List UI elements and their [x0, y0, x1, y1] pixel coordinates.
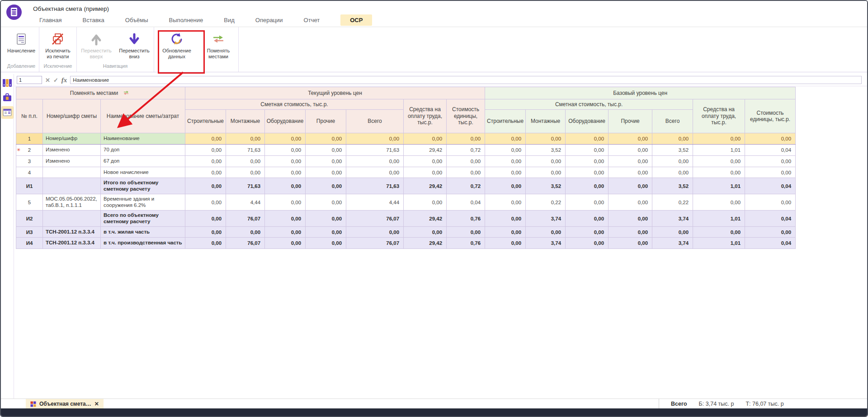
- cell-value[interactable]: 0,00: [609, 238, 652, 249]
- nachislenie-button[interactable]: Начисление: [4, 27, 38, 62]
- cell-code[interactable]: МОС.05.05-006.2022, таб.В.1, п.1.1.1: [43, 194, 101, 211]
- cell-value[interactable]: 3,74: [526, 238, 566, 249]
- cell-value[interactable]: 29,42: [404, 238, 447, 249]
- cell-value[interactable]: 0,00: [693, 194, 745, 211]
- cell-value[interactable]: 0,00: [485, 133, 526, 145]
- cell-value[interactable]: 3,74: [526, 211, 566, 227]
- cell-value[interactable]: 0,00: [485, 167, 526, 178]
- cell-value[interactable]: 0,00: [185, 211, 226, 227]
- cell-rownum[interactable]: И1: [16, 178, 43, 194]
- cell-value[interactable]: 0,00: [306, 227, 346, 238]
- cell-value[interactable]: 0,00: [346, 167, 404, 178]
- cell-value[interactable]: 0,00: [185, 156, 226, 167]
- cell-value[interactable]: 0,00: [485, 227, 526, 238]
- sidebar-binders-icon[interactable]: [1, 76, 14, 89]
- cell-name[interactable]: Временные здания и сооружения 6.2%: [101, 194, 185, 211]
- close-icon[interactable]: ✕: [94, 401, 99, 407]
- cell-value[interactable]: 0,00: [404, 227, 447, 238]
- cell-name[interactable]: 70 доп: [101, 145, 185, 156]
- cell-value[interactable]: 0,00: [566, 156, 609, 167]
- cell-value[interactable]: 0,00: [485, 211, 526, 227]
- document-tab[interactable]: Объектная смета… ✕: [26, 399, 104, 409]
- cell-value[interactable]: 0,00: [185, 145, 226, 156]
- cell-value[interactable]: 0,00: [346, 227, 404, 238]
- cell-code[interactable]: [43, 178, 101, 194]
- cell-value[interactable]: 0,22: [652, 194, 693, 211]
- cell-value[interactable]: 0,00: [693, 133, 745, 145]
- cell-value[interactable]: 0,00: [485, 156, 526, 167]
- sidebar-briefcase-icon[interactable]: [1, 91, 14, 104]
- cell-value[interactable]: 0,00: [265, 167, 306, 178]
- cell-value[interactable]: 0,00: [609, 211, 652, 227]
- cell-value[interactable]: 71,63: [226, 145, 265, 156]
- cell-value[interactable]: 0,00: [306, 156, 346, 167]
- cell-value[interactable]: 0,04: [745, 145, 796, 156]
- cell-value[interactable]: 0,00: [693, 167, 745, 178]
- cell-value[interactable]: 0,00: [306, 194, 346, 211]
- cell-value[interactable]: 0,00: [609, 178, 652, 194]
- cell-value[interactable]: 0,72: [447, 145, 485, 156]
- cell-value[interactable]: 76,07: [346, 238, 404, 249]
- cell-value[interactable]: 0,00: [745, 194, 796, 211]
- cell-value[interactable]: 0,00: [404, 133, 447, 145]
- cell-value[interactable]: 0,00: [652, 133, 693, 145]
- cell-value[interactable]: 0,00: [566, 178, 609, 194]
- cell-value[interactable]: 0,00: [652, 227, 693, 238]
- cell-value[interactable]: 0,00: [185, 133, 226, 145]
- cell-value[interactable]: 3,52: [652, 178, 693, 194]
- cell-value[interactable]: 0,00: [609, 227, 652, 238]
- cell-value[interactable]: 0,00: [306, 167, 346, 178]
- cell-value[interactable]: 0,00: [346, 156, 404, 167]
- cell-code[interactable]: [43, 211, 101, 227]
- cell-value[interactable]: 4,44: [226, 194, 265, 211]
- cell-rownum[interactable]: И2: [16, 211, 43, 227]
- cell-value[interactable]: 0,00: [609, 145, 652, 156]
- cell-value[interactable]: 71,63: [346, 178, 404, 194]
- cell-value[interactable]: 0,00: [265, 156, 306, 167]
- cell-name[interactable]: в т.ч. жилая часть: [101, 227, 185, 238]
- cell-value[interactable]: 0,00: [306, 211, 346, 227]
- cell-value[interactable]: 0,00: [485, 194, 526, 211]
- cell-code[interactable]: ТСН-2001.12 п.3.3.4: [43, 227, 101, 238]
- cell-rownum[interactable]: 5: [16, 194, 43, 211]
- cell-value[interactable]: 0,00: [566, 133, 609, 145]
- cancel-icon[interactable]: ✕: [45, 77, 50, 83]
- cell-value[interactable]: 0,00: [346, 133, 404, 145]
- cell-value[interactable]: 0,00: [306, 133, 346, 145]
- cell-value[interactable]: 0,04: [447, 194, 485, 211]
- cell-value[interactable]: 3,52: [526, 145, 566, 156]
- cell-value[interactable]: 0,00: [306, 145, 346, 156]
- cell-value[interactable]: 0,00: [226, 133, 265, 145]
- cell-value[interactable]: 0,00: [693, 156, 745, 167]
- cell-value[interactable]: 3,52: [526, 178, 566, 194]
- cell-value[interactable]: 0,00: [265, 211, 306, 227]
- tab-vstavka[interactable]: Вставка: [82, 14, 104, 26]
- cell-value[interactable]: 0,00: [609, 133, 652, 145]
- tab-operacii[interactable]: Операции: [255, 14, 283, 26]
- cell-value[interactable]: 0,00: [526, 133, 566, 145]
- cell-value[interactable]: 0,00: [226, 167, 265, 178]
- tab-obyomy[interactable]: Объёмы: [125, 14, 148, 26]
- cell-value[interactable]: 0,04: [745, 178, 796, 194]
- cell-value[interactable]: 0,00: [185, 178, 226, 194]
- confirm-icon[interactable]: ✓: [53, 77, 58, 83]
- cell-rownum[interactable]: И3: [16, 227, 43, 238]
- cell-value[interactable]: 0,00: [185, 227, 226, 238]
- swap-button[interactable]: Поменять местами: [199, 27, 238, 62]
- cell-value[interactable]: 0,00: [447, 156, 485, 167]
- cell-value[interactable]: 0,00: [566, 227, 609, 238]
- move-up-button[interactable]: Переместить вверх: [77, 27, 115, 62]
- cell-value[interactable]: 1,01: [693, 145, 745, 156]
- cell-reference-input[interactable]: [17, 76, 42, 84]
- cell-name[interactable]: 67 доп: [101, 156, 185, 167]
- cell-value[interactable]: 0,00: [745, 156, 796, 167]
- cell-value[interactable]: 4,44: [346, 194, 404, 211]
- cell-value[interactable]: 0,00: [485, 238, 526, 249]
- cell-value[interactable]: 1,01: [693, 238, 745, 249]
- cell-value[interactable]: 0,04: [745, 211, 796, 227]
- cell-value[interactable]: 0,00: [447, 167, 485, 178]
- cell-value[interactable]: 0,00: [265, 227, 306, 238]
- cell-value[interactable]: 1,01: [693, 178, 745, 194]
- cell-value[interactable]: 29,42: [404, 178, 447, 194]
- cell-value[interactable]: 76,07: [226, 238, 265, 249]
